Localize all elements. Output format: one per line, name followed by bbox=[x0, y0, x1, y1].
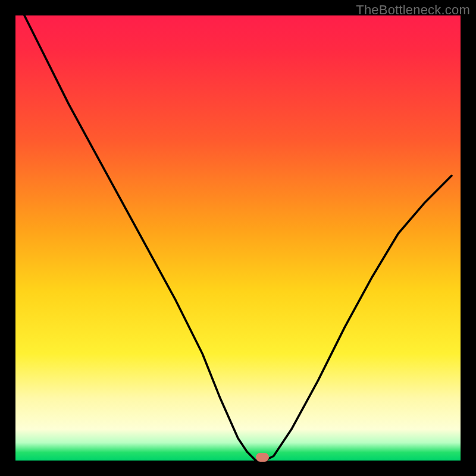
curve-path bbox=[24, 15, 452, 461]
plot-area bbox=[15, 15, 461, 461]
stage: TheBottleneck.com bbox=[0, 0, 476, 476]
bottleneck-curve bbox=[15, 15, 461, 461]
